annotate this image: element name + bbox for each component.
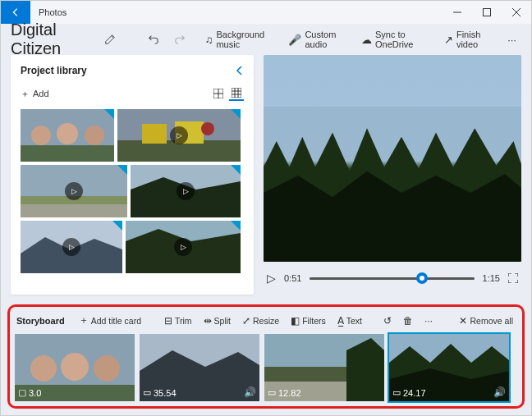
svg-rect-22 — [21, 204, 127, 217]
audio-icon: 🎤 — [288, 34, 301, 46]
music-icon: ♫ — [205, 34, 213, 46]
filters-button[interactable]: ◧Filters — [287, 313, 330, 328]
video-icon: ▭ — [392, 387, 401, 398]
maximize-button[interactable] — [472, 1, 502, 24]
library-item[interactable]: ▷ — [126, 221, 241, 273]
background-music-button[interactable]: ♫Background music — [200, 26, 279, 53]
app-title: Photos — [30, 7, 443, 17]
add-media-button[interactable]: ＋Add — [21, 88, 49, 100]
play-icon: ▷ — [174, 238, 192, 256]
storyboard-clip[interactable]: ▢3.0 — [15, 334, 135, 401]
svg-point-11 — [31, 126, 51, 145]
text-button[interactable]: A̲Text — [333, 313, 366, 328]
play-icon: ▷ — [62, 238, 80, 256]
sound-icon: 🔊 — [244, 386, 256, 398]
resize-icon: ⤢ — [242, 315, 250, 327]
svg-point-34 — [61, 353, 89, 381]
redo-button[interactable] — [169, 30, 190, 48]
sound-icon: 🔊 — [493, 386, 506, 398]
undo-button[interactable] — [143, 30, 164, 48]
split-icon: ⇹ — [204, 315, 212, 327]
cloud-icon: ☁ — [361, 34, 372, 46]
storyboard-clip[interactable]: ▭24.17 🔊 — [389, 334, 509, 401]
resize-button[interactable]: ⤢Resize — [238, 313, 283, 328]
collapse-library-button[interactable] — [236, 66, 244, 75]
svg-point-35 — [94, 355, 120, 382]
library-item[interactable]: ▷ — [21, 221, 122, 273]
total-time: 1:15 — [483, 273, 500, 283]
plus-icon: ＋ — [79, 313, 89, 327]
trim-button[interactable]: ⊟Trim — [160, 313, 196, 328]
add-title-card-button[interactable]: ＋Add title card — [75, 312, 145, 329]
svg-point-33 — [30, 355, 57, 382]
project-library-panel: Project library ＋Add ▷ ▷ — [11, 55, 254, 295]
play-button[interactable]: ▷ — [267, 272, 276, 285]
trim-icon: ⊟ — [164, 315, 172, 327]
rotate-icon: ↺ — [383, 315, 392, 327]
rotate-button[interactable]: ↺ — [379, 313, 396, 328]
project-name: Digital Citizen — [11, 21, 91, 58]
svg-point-12 — [57, 123, 78, 144]
storyboard-panel: Storyboard ＋Add title card ⊟Trim ⇹Split … — [7, 304, 525, 409]
sync-onedrive-button[interactable]: ☁Sync to OneDrive — [356, 26, 434, 53]
video-icon: ▭ — [268, 387, 276, 398]
storyboard-clip[interactable]: ▭12.82 — [264, 334, 384, 401]
play-icon: ▷ — [65, 182, 83, 200]
svg-rect-5 — [232, 88, 241, 98]
seek-slider[interactable] — [310, 277, 474, 280]
delete-button[interactable]: 🗑 — [399, 313, 417, 328]
view-small-button[interactable] — [229, 86, 244, 101]
main-toolbar: Digital Citizen ♫Background music 🎤Custo… — [1, 24, 531, 55]
more-button[interactable]: ··· — [502, 30, 521, 49]
storyboard-clip[interactable]: ▭35.54 🔊 — [140, 334, 259, 401]
library-thumbnails: ▷ ▷ ▷ ▷ ▷ — [21, 109, 244, 273]
library-item[interactable]: ▷ — [131, 165, 241, 217]
video-icon: ▭ — [143, 387, 151, 398]
play-icon: ▷ — [177, 182, 195, 200]
view-large-button[interactable] — [211, 86, 226, 101]
export-icon: ↗ — [444, 34, 453, 46]
more-storyboard-button[interactable]: ··· — [420, 313, 437, 328]
close-icon: ✕ — [459, 315, 467, 327]
library-item[interactable]: ▷ — [117, 109, 241, 162]
current-time: 0:51 — [284, 273, 301, 283]
svg-rect-1 — [484, 9, 491, 16]
svg-rect-14 — [21, 145, 114, 162]
fullscreen-button[interactable] — [508, 273, 518, 283]
edit-name-button[interactable] — [99, 30, 121, 48]
svg-rect-17 — [142, 124, 167, 144]
library-item[interactable]: ▷ — [21, 165, 127, 217]
svg-point-13 — [85, 126, 104, 145]
svg-point-19 — [201, 122, 214, 135]
more-icon: ··· — [424, 315, 433, 327]
video-preview[interactable] — [264, 55, 521, 262]
storyboard-title: Storyboard — [16, 316, 65, 326]
filters-icon: ◧ — [291, 315, 300, 327]
more-icon: ··· — [507, 34, 516, 46]
playback-controls: ▷ 0:51 1:15 — [264, 262, 521, 295]
plus-icon: ＋ — [21, 88, 30, 100]
close-button[interactable] — [502, 1, 531, 24]
text-icon: A̲ — [337, 315, 344, 327]
finish-video-button[interactable]: ↗Finish video — [439, 26, 498, 53]
storyboard-toolbar: Storyboard ＋Add title card ⊟Trim ⇹Split … — [15, 310, 517, 334]
trash-icon: 🗑 — [403, 315, 413, 327]
minimize-button[interactable] — [443, 1, 472, 24]
library-item[interactable] — [21, 109, 114, 162]
library-title: Project library — [21, 65, 87, 76]
play-icon: ▷ — [170, 126, 188, 144]
split-button[interactable]: ⇹Split — [200, 313, 235, 328]
remove-all-button[interactable]: ✕Remove all — [455, 313, 517, 328]
image-icon: ▢ — [18, 387, 26, 398]
custom-audio-button[interactable]: 🎤Custom audio — [283, 26, 351, 53]
